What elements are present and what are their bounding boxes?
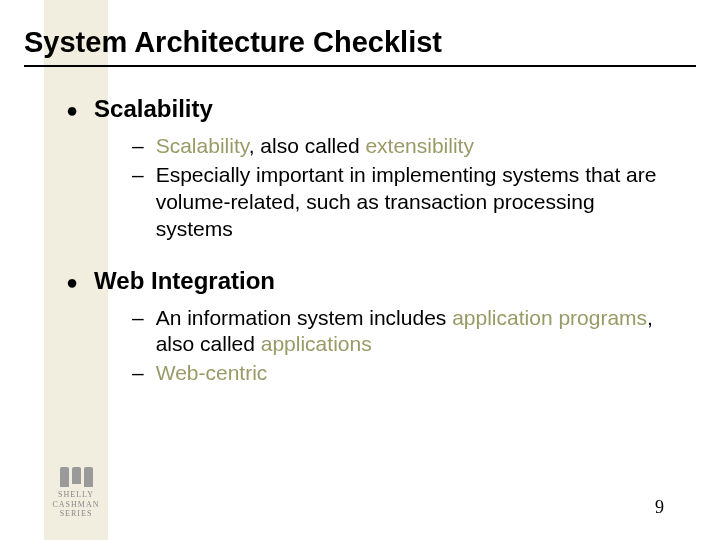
bullet-marker: ●: [66, 100, 78, 120]
page-number: 9: [655, 497, 664, 518]
sub-text: Scalability, also called extensibility: [156, 133, 666, 160]
dash-marker: –: [132, 133, 144, 160]
keyword: applications: [261, 332, 372, 355]
logo-bars-icon: [44, 467, 108, 487]
sub-text: An information system includes applicati…: [156, 305, 666, 359]
bullet-heading: Web Integration: [94, 267, 275, 295]
bullet-heading: Scalability: [94, 95, 213, 123]
bullet-item: ● Scalability: [66, 95, 696, 123]
sub-list: – Scalability, also called extensibility…: [132, 133, 666, 243]
slide-content: System Architecture Checklist ● Scalabil…: [0, 0, 720, 387]
sub-item: – Especially important in implementing s…: [132, 162, 666, 243]
sub-item: – Web-centric: [132, 360, 666, 387]
keyword: extensibility: [365, 134, 474, 157]
sub-list: – An information system includes applica…: [132, 305, 666, 388]
bullet-item: ● Web Integration: [66, 267, 696, 295]
dash-marker: –: [132, 162, 144, 189]
sub-text: Web-centric: [156, 360, 666, 387]
sub-item: – Scalability, also called extensibility: [132, 133, 666, 160]
logo-line: CASHMAN: [44, 500, 108, 509]
keyword: Web-centric: [156, 361, 268, 384]
logo-line: SERIES: [44, 509, 108, 518]
series-logo: SHELLY CASHMAN SERIES: [44, 467, 108, 518]
sub-text: Especially important in implementing sys…: [156, 162, 666, 243]
sub-item: – An information system includes applica…: [132, 305, 666, 359]
slide-title: System Architecture Checklist: [24, 26, 696, 67]
dash-marker: –: [132, 305, 144, 332]
logo-line: SHELLY: [44, 490, 108, 499]
dash-marker: –: [132, 360, 144, 387]
keyword: Scalability: [156, 134, 249, 157]
keyword: application programs: [452, 306, 647, 329]
bullet-marker: ●: [66, 272, 78, 292]
